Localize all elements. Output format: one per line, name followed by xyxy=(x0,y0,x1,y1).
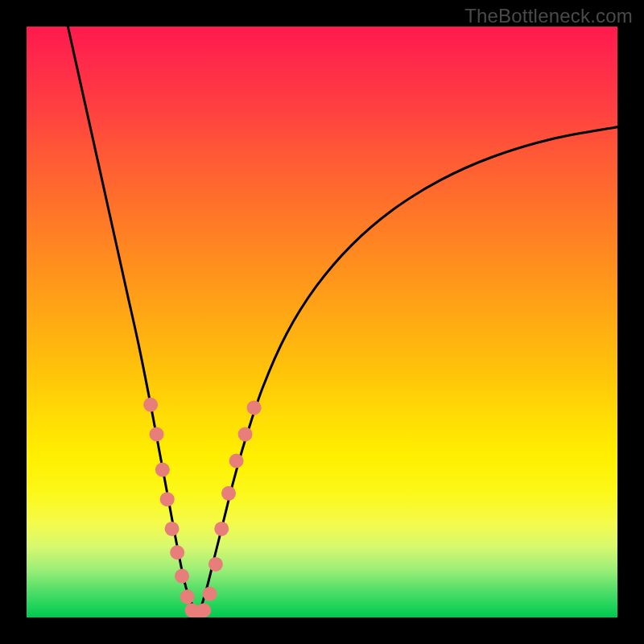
marker-dot xyxy=(175,569,189,584)
marker-dot xyxy=(170,545,184,559)
highlight-markers xyxy=(143,398,261,617)
bottleneck-curve xyxy=(68,27,617,617)
marker-dot xyxy=(143,398,158,412)
marker-dot xyxy=(149,427,163,441)
curve-right-branch xyxy=(198,127,617,617)
marker-dot xyxy=(196,603,211,617)
marker-dot xyxy=(180,589,195,604)
chart-svg xyxy=(27,27,617,617)
plot-area xyxy=(27,27,617,617)
marker-dot xyxy=(203,587,217,601)
outer-frame: TheBottleneck.com xyxy=(0,0,644,644)
credit-watermark: TheBottleneck.com xyxy=(464,5,633,27)
marker-dot xyxy=(160,492,175,506)
marker-dot xyxy=(208,557,223,572)
marker-dot xyxy=(165,522,180,536)
marker-dot xyxy=(247,400,262,415)
marker-dot xyxy=(238,427,253,441)
marker-dot xyxy=(214,522,229,536)
marker-dot xyxy=(229,453,244,468)
marker-dot xyxy=(221,486,236,501)
marker-dot xyxy=(155,463,170,477)
